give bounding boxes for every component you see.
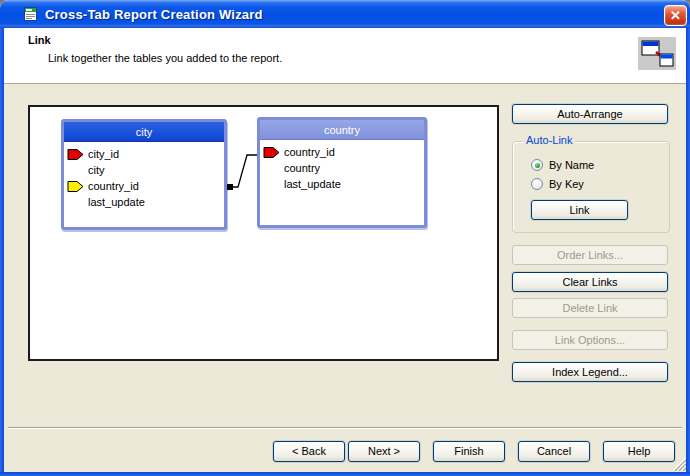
- finish-button[interactable]: Finish: [433, 441, 505, 462]
- field-city-city[interactable]: city: [67, 162, 224, 178]
- radio-by-key[interactable]: By Key: [531, 177, 584, 191]
- field-label: last_update: [284, 178, 341, 190]
- delete-link-button: Delete Link: [512, 298, 668, 318]
- table-country-title[interactable]: country: [260, 120, 424, 140]
- footer-divider: [8, 427, 682, 429]
- link-options-button: Link Options...: [512, 330, 668, 350]
- field-city-country_id[interactable]: country_id: [67, 178, 224, 194]
- table-city[interactable]: city city_id city country_id: [61, 119, 227, 230]
- field-label: last_update: [88, 196, 145, 208]
- link-endpoint-handle[interactable]: [227, 184, 233, 190]
- index-legend-button[interactable]: Index Legend...: [512, 362, 668, 382]
- title-bar[interactable]: Cross-Tab Report Creation Wizard ✕: [0, 0, 690, 28]
- window-border-bottom: [0, 472, 690, 476]
- field-label: city_id: [88, 148, 119, 160]
- clear-links-button[interactable]: Clear Links: [512, 272, 668, 292]
- close-icon: ✕: [670, 8, 681, 23]
- wizard-header: Link Link together the tables you added …: [4, 28, 686, 84]
- field-country-country[interactable]: country: [263, 160, 424, 176]
- window-border-left: [0, 28, 4, 472]
- link-diagram-canvas[interactable]: city city_id city country_id: [28, 105, 499, 361]
- resize-grip[interactable]: [672, 457, 686, 471]
- close-button[interactable]: ✕: [664, 5, 687, 26]
- field-country-last_update[interactable]: last_update: [263, 176, 424, 192]
- wizard-window: Cross-Tab Report Creation Wizard ✕ Link …: [0, 0, 690, 476]
- order-links-button: Order Links...: [512, 245, 668, 265]
- field-label: country_id: [88, 180, 139, 192]
- field-city-city_id[interactable]: city_id: [67, 146, 224, 162]
- radio-unselected-icon[interactable]: [531, 178, 543, 190]
- field-label: city: [88, 164, 105, 176]
- radio-selected-icon[interactable]: [531, 159, 543, 171]
- page-subtitle: Link together the tables you added to th…: [48, 52, 282, 64]
- radio-by-name[interactable]: By Name: [531, 158, 594, 172]
- field-label: country_id: [284, 146, 335, 158]
- radio-by-name-label: By Name: [549, 159, 594, 171]
- radio-by-key-label: By Key: [549, 178, 584, 190]
- red-key-icon: [67, 148, 88, 161]
- auto-link-group-label: Auto-Link: [523, 134, 575, 146]
- field-city-last_update[interactable]: last_update: [67, 194, 224, 210]
- back-button[interactable]: < Back: [273, 441, 345, 462]
- cancel-button[interactable]: Cancel: [518, 441, 590, 462]
- report-document-icon: [23, 6, 39, 22]
- field-country-country_id[interactable]: country_id: [263, 144, 424, 160]
- next-button[interactable]: Next >: [348, 441, 420, 462]
- table-city-title[interactable]: city: [64, 122, 224, 142]
- help-button[interactable]: Help: [603, 441, 675, 462]
- window-title: Cross-Tab Report Creation Wizard: [45, 7, 263, 22]
- link-tables-icon: [638, 37, 676, 70]
- window-border-right: [686, 28, 690, 472]
- auto-arrange-button[interactable]: Auto-Arrange: [512, 104, 668, 124]
- red-key-icon: [263, 146, 284, 159]
- yellow-key-icon: [67, 180, 88, 193]
- table-country[interactable]: country country_id country last_update: [257, 117, 427, 228]
- page-title: Link: [28, 34, 51, 46]
- link-button[interactable]: Link: [531, 200, 628, 220]
- field-label: country: [284, 162, 320, 174]
